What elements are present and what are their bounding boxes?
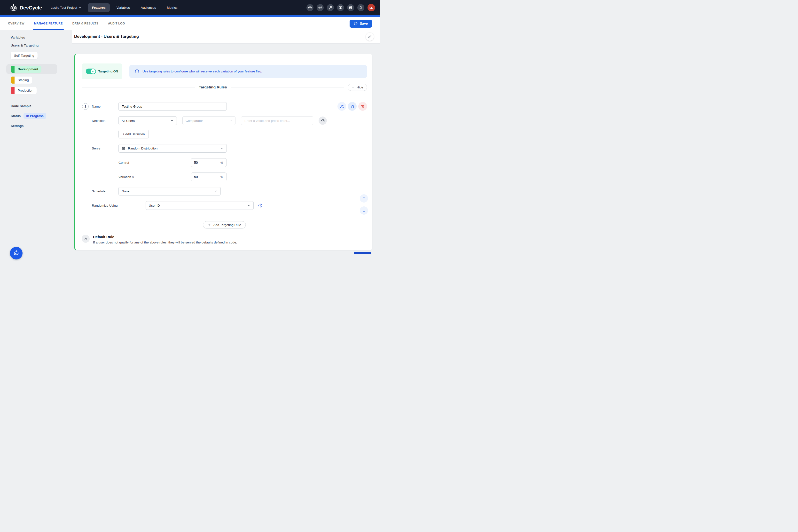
save-button-label: Save <box>360 22 368 25</box>
move-rule-up-button[interactable] <box>360 194 368 203</box>
env-item-development[interactable]: Development <box>6 64 57 74</box>
chevron-down-icon <box>79 6 81 9</box>
definition-select[interactable]: All Users <box>118 116 177 125</box>
backspace-icon <box>321 119 325 123</box>
move-rule-down-button[interactable] <box>360 206 368 215</box>
definition-value-input[interactable] <box>241 116 313 125</box>
chevron-down-icon <box>220 147 224 150</box>
nav-item-metrics[interactable]: Metrics <box>163 3 182 12</box>
lock-icon <box>82 235 90 243</box>
nav-item-audiences[interactable]: Audiences <box>137 3 160 12</box>
sidebar-item-code-sample[interactable]: Code Sample <box>11 104 72 108</box>
clear-definition-button[interactable] <box>319 116 327 125</box>
project-selector-label: Leslie Test Project <box>51 6 77 10</box>
toggle-check-icon <box>91 69 95 74</box>
divider <box>231 87 344 88</box>
copy-icon <box>350 104 355 109</box>
definition-label: Definition <box>92 119 118 122</box>
env-item-self-targeting[interactable]: Self-Targeting <box>11 52 38 59</box>
chevron-down-icon <box>229 119 232 122</box>
chevron-down-icon <box>170 119 174 122</box>
add-targeting-rule-button[interactable]: Add Targeting Rule <box>203 221 246 228</box>
sliders-icon <box>121 146 126 150</box>
serve-label: Serve <box>92 147 118 150</box>
main-panel: Development - Users & Targeting Targetin… <box>72 30 380 253</box>
duplicate-rule-button[interactable] <box>348 102 357 111</box>
page-header: Development - Users & Targeting <box>72 30 380 44</box>
scroll-peek-button[interactable] <box>354 252 372 253</box>
copy-link-button[interactable] <box>366 33 374 41</box>
settings-button[interactable] <box>317 4 324 11</box>
targeting-toggle[interactable] <box>86 69 96 74</box>
docs-button[interactable] <box>337 4 344 11</box>
save-button[interactable]: Save <box>349 20 372 27</box>
randomize-info-button[interactable] <box>258 203 263 208</box>
audience-users-button[interactable] <box>338 102 346 111</box>
status-label[interactable]: Status <box>11 114 21 118</box>
schedule-select[interactable]: None <box>118 187 221 195</box>
hide-rules-button[interactable]: Hide <box>348 84 367 91</box>
rule-reorder-controls <box>360 194 368 215</box>
randomize-using-label: Randomize Using <box>92 204 146 207</box>
nav-item-variables[interactable]: Variables <box>112 3 134 12</box>
delete-rule-button[interactable] <box>358 102 367 111</box>
tab-audit-log[interactable]: AUDIT LOG <box>108 17 125 30</box>
env-color-bar-production <box>11 87 15 94</box>
env-item-production[interactable]: Production <box>11 87 37 94</box>
gear-icon <box>318 5 322 10</box>
add-targeting-rule-label: Add Targeting Rule <box>213 223 241 227</box>
devcycle-logo[interactable]: DevCycle <box>10 4 42 12</box>
tab-manage-feature[interactable]: MANAGE FEATURE <box>34 17 63 30</box>
variation-a-label: Variation A <box>118 175 191 179</box>
comparator-placeholder: Comparator <box>186 119 203 122</box>
key-icon <box>328 5 332 10</box>
tab-data-results[interactable]: DATA & RESULTS <box>72 17 98 30</box>
variation-a-percentage-field: % <box>191 172 227 181</box>
project-selector[interactable]: Leslie Test Project <box>51 6 81 10</box>
rule-name-input[interactable] <box>118 102 227 111</box>
hide-button-label: Hide <box>357 86 363 89</box>
api-keys-button[interactable] <box>327 4 334 11</box>
feature-tab-bar: OVERVIEW MANAGE FEATURE DATA & RESULTS A… <box>0 17 380 30</box>
sidebar-item-users-targeting[interactable]: Users & Targeting <box>11 44 72 47</box>
discord-icon <box>348 5 353 10</box>
check-circle-icon <box>354 22 358 26</box>
percent-sign: % <box>221 161 223 165</box>
targeting-card: Targeting ON Use targeting rules to conf… <box>74 54 372 250</box>
info-icon <box>258 203 263 208</box>
schedule-label: Schedule <box>92 189 118 193</box>
sidebar-item-settings[interactable]: Settings <box>11 124 72 128</box>
rule-name-label: Name <box>92 104 118 108</box>
rule-number-badge: 1 <box>82 103 89 110</box>
discord-button[interactable] <box>347 4 354 11</box>
plus-icon <box>208 223 211 227</box>
serve-select[interactable]: Random Distribution <box>118 144 227 153</box>
info-icon <box>135 69 139 74</box>
chevron-down-icon <box>247 204 250 207</box>
arrow-down-icon <box>362 209 366 213</box>
notifications-button[interactable] <box>357 4 364 11</box>
env-color-bar-development <box>11 66 15 73</box>
chevron-down-icon <box>214 189 217 193</box>
variation-a-percentage-input[interactable] <box>194 175 216 179</box>
add-circle-button[interactable] <box>306 4 314 11</box>
control-percentage-input[interactable] <box>194 160 216 165</box>
targeting-info-banner: Use targeting rules to configure who wil… <box>129 65 367 78</box>
accent-bar <box>0 15 380 17</box>
topbar-actions: LE <box>306 4 375 12</box>
brand-name: DevCycle <box>20 5 42 11</box>
add-definition-button[interactable]: + Add Definition <box>118 130 149 138</box>
comparator-select[interactable]: Comparator <box>183 116 235 125</box>
randomize-using-select[interactable]: User ID <box>146 201 254 210</box>
env-label-development: Development <box>15 66 41 73</box>
nav-item-features[interactable]: Features <box>88 3 110 12</box>
env-item-staging[interactable]: Staging <box>11 77 32 83</box>
tab-overview[interactable]: OVERVIEW <box>8 17 24 30</box>
sidebar-item-variables[interactable]: Variables <box>11 36 72 39</box>
primary-nav: Features Variables Audiences Metrics <box>88 3 184 12</box>
devcycle-robot-icon <box>10 4 17 12</box>
avatar[interactable]: LE <box>367 4 375 12</box>
percent-sign: % <box>221 175 223 179</box>
serve-value: Random Distribution <box>128 147 157 150</box>
banner-text: Use targeting rules to configure who wil… <box>142 70 262 73</box>
